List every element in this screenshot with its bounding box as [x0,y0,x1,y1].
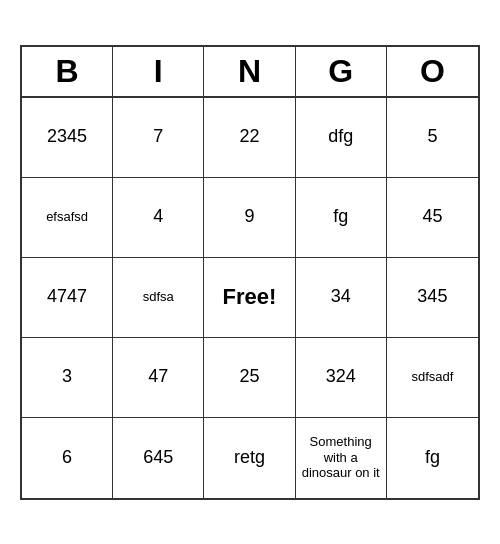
header-b: B [22,47,113,96]
header-o: O [387,47,478,96]
cell-r5c5: fg [387,418,478,498]
cell-r3c2: sdfsa [113,258,204,338]
bingo-grid: 2345 7 22 dfg 5 efsafsd 4 9 fg 45 4747 s… [22,98,478,498]
cell-r3c1: 4747 [22,258,113,338]
cell-r1c2: 7 [113,98,204,178]
cell-r5c2: 645 [113,418,204,498]
cell-r2c1: efsafsd [22,178,113,258]
cell-r4c5: sdfsadf [387,338,478,418]
cell-r5c4: Something with a dinosaur on it [296,418,387,498]
cell-r4c1: 3 [22,338,113,418]
cell-r2c4: fg [296,178,387,258]
header-n: N [204,47,295,96]
cell-r1c5: 5 [387,98,478,178]
cell-r2c5: 45 [387,178,478,258]
cell-r5c1: 6 [22,418,113,498]
cell-r4c2: 47 [113,338,204,418]
bingo-header: B I N G O [22,47,478,98]
header-i: I [113,47,204,96]
bingo-card: B I N G O 2345 7 22 dfg 5 efsafsd 4 9 fg… [20,45,480,500]
cell-r3c4: 34 [296,258,387,338]
cell-r3c5: 345 [387,258,478,338]
cell-r5c3: retg [204,418,295,498]
cell-r4c4: 324 [296,338,387,418]
cell-r1c1: 2345 [22,98,113,178]
cell-r1c4: dfg [296,98,387,178]
header-g: G [296,47,387,96]
cell-r3c3-free: Free! [204,258,295,338]
cell-r4c3: 25 [204,338,295,418]
cell-r2c3: 9 [204,178,295,258]
cell-r2c2: 4 [113,178,204,258]
cell-r1c3: 22 [204,98,295,178]
